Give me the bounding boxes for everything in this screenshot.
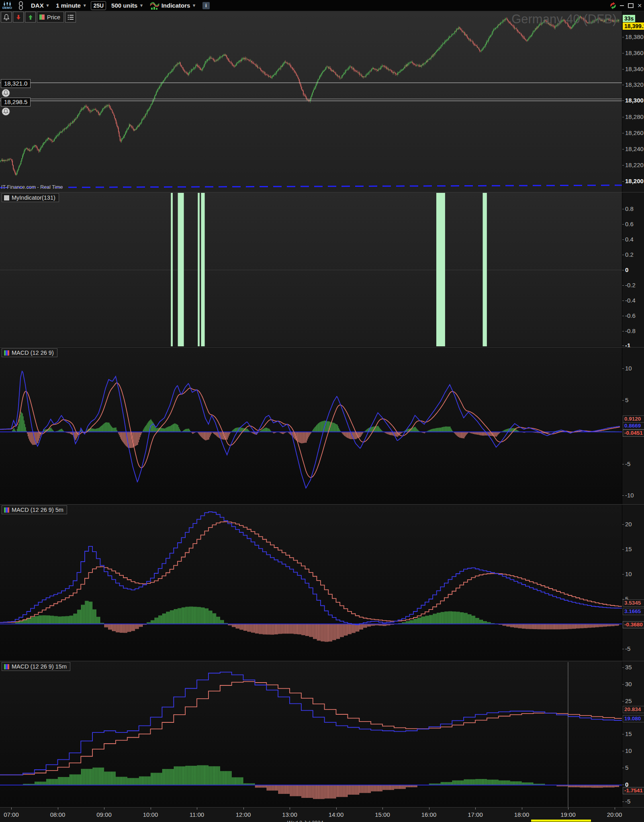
chart-options-button[interactable] (65, 12, 76, 22)
time-label: 11:00 (190, 811, 204, 818)
alarm-price-label[interactable]: 18,321.0 (1, 79, 31, 88)
macd-swatch-icon (4, 507, 9, 513)
close-icon: ✕ (637, 2, 642, 9)
time-tickmark (197, 808, 197, 810)
axis-tickmark (622, 400, 624, 401)
indicator-value-badge: 0.9120 (623, 415, 644, 423)
axis-tick-label: 5 (625, 397, 628, 403)
axis-tickmark (622, 574, 624, 575)
sell-order-button[interactable] (13, 12, 24, 22)
axis-tick-label: 18,280 (625, 113, 644, 120)
red-down-arrow-icon (15, 14, 22, 20)
axis-tickmark (622, 667, 624, 668)
indicator-value-badge: -0.0451 (623, 429, 644, 437)
panel-separator[interactable] (0, 661, 644, 661)
units-per-candle-badge[interactable]: 25U (91, 1, 106, 10)
axis-tickmark (622, 165, 624, 166)
price-legend-chip[interactable]: Price (37, 12, 64, 22)
maximize-button[interactable] (626, 0, 635, 11)
time-axis[interactable]: Wed 3 Jul 2024 07:0008:0009:0010:0011:00… (0, 807, 644, 822)
timeframe-dropdown[interactable]: 1 minute ▾ (52, 0, 89, 11)
macd-layer (0, 512, 622, 642)
demo-label: DEMO (2, 6, 12, 9)
symbol-dropdown[interactable]: DAX ▾ (27, 0, 52, 11)
panel-separator[interactable] (0, 504, 644, 505)
axis-tickmark (622, 301, 624, 301)
axis-tick-label: -5 (625, 460, 630, 467)
axis-tickmark (622, 239, 624, 240)
axis-tickmark (622, 464, 624, 464)
axis-tickmark (622, 209, 624, 209)
timeframe-label: 1 minute (56, 2, 81, 9)
date-label: Wed 3 Jul 2024 (287, 820, 323, 822)
axis-tick-label: 0.8 (625, 205, 634, 212)
trading-platform-window: DEMO DAX ▾ 1 minute ▾ 25U 500 units ▾ (0, 0, 644, 822)
axis-tickmark (622, 316, 624, 316)
axis-tick-label: 0.4 (625, 236, 634, 243)
indicators-dropdown[interactable]: Indicators ▾ (146, 0, 199, 11)
panel-separator[interactable] (0, 347, 644, 348)
chevron-down-icon: ▾ (140, 3, 143, 8)
scroll-position-indicator[interactable] (531, 820, 591, 822)
axis-tickmark (622, 368, 624, 369)
macd-15m-legend-label: MACD (12 26 9) 15m (12, 663, 67, 670)
axis-tick-label: -0.6 (625, 312, 636, 319)
axis-tickmark (622, 224, 624, 225)
macd-1m-legend-label: MACD (12 26 9) (12, 350, 54, 356)
time-tickmark (58, 808, 58, 810)
axis-tickmark (622, 751, 624, 751)
axis-tick-label: 10 (625, 365, 632, 372)
time-label: 09:00 (96, 811, 112, 818)
info-button[interactable]: i (199, 0, 213, 11)
macd-5m-legend-label: MACD (12 26 9) 5m (12, 507, 63, 513)
price-axis-column[interactable]: 18,38018,36018,34018,32018,30018,28018,2… (622, 11, 644, 807)
time-label: 07:00 (4, 811, 19, 818)
macd-15m-legend-chip[interactable]: MACD (12 26 9) 15m (2, 662, 70, 671)
axis-tick-label: 18,260 (625, 129, 644, 136)
axis-tickmark (622, 255, 624, 255)
refresh-icon (609, 2, 617, 10)
time-tickmark (568, 808, 568, 810)
instrument-watermark: Germany 40 (DFB) (511, 12, 617, 27)
time-tickmark (104, 808, 104, 810)
myindicator-legend-chip[interactable]: MyIndicator(131) (2, 193, 59, 202)
axis-tick-label: 18,200 (625, 178, 644, 184)
indicator-value-badge: -1.7541 (623, 787, 644, 794)
axis-tickmark (622, 524, 624, 525)
indicator-value-badge: -0.3680 (623, 621, 644, 628)
chevron-down-icon: ▾ (47, 3, 49, 8)
axis-tick-label: 35 (625, 664, 632, 671)
time-tickmark (11, 808, 12, 810)
axis-tickmark (622, 133, 624, 133)
indicators-label: Indicators (162, 2, 190, 9)
alarm-tool-button[interactable] (1, 12, 12, 22)
time-label: 10:00 (143, 811, 158, 818)
chart-canvas[interactable] (0, 0, 644, 822)
close-button[interactable]: ✕ (635, 0, 644, 11)
chevron-down-icon: ▾ (84, 3, 86, 8)
axis-tickmark (622, 37, 624, 37)
refresh-button[interactable] (609, 0, 617, 11)
buy-order-button[interactable] (25, 12, 36, 22)
time-label: 14:00 (329, 811, 344, 818)
chain-link-icon (18, 1, 24, 10)
link-tool-button[interactable] (14, 0, 27, 11)
axis-tick-label: 18,380 (625, 33, 644, 40)
panel-separator[interactable] (0, 192, 644, 192)
units-dropdown[interactable]: 500 units ▾ (108, 0, 146, 11)
axis-tick-label: 15 (625, 730, 632, 737)
axis-tick-label: -1 (625, 342, 630, 349)
time-tickmark (429, 808, 429, 810)
axis-tickmark (622, 649, 624, 649)
time-tickmark (151, 808, 151, 810)
macd-5m-legend-chip[interactable]: MACD (12 26 9) 5m (2, 505, 67, 514)
macd-1m-legend-chip[interactable]: MACD (12 26 9) (2, 348, 57, 357)
axis-tickmark (622, 346, 624, 346)
alarm-price-label[interactable]: 18,298.5 (1, 98, 31, 106)
chart-tools-row: Price (1, 12, 76, 22)
macd-swatch-icon (4, 664, 9, 669)
list-menu-icon (67, 14, 74, 20)
alarm-bell-icon[interactable] (2, 107, 10, 117)
axis-tick-label: 30 (625, 681, 632, 687)
minimize-button[interactable] (617, 0, 626, 11)
